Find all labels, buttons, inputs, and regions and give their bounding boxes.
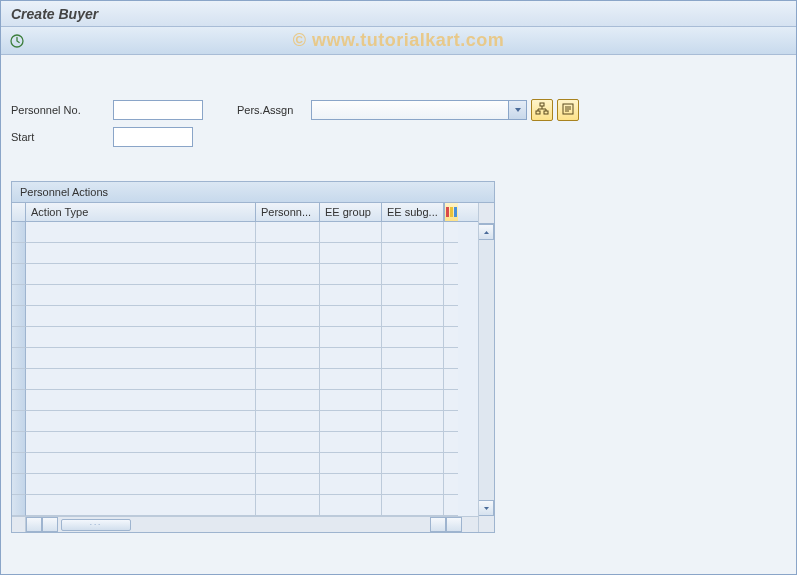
cell[interactable] (256, 474, 320, 495)
table-row[interactable] (12, 306, 478, 327)
cell[interactable] (320, 474, 382, 495)
cell[interactable] (256, 495, 320, 516)
cell[interactable] (256, 222, 320, 243)
cell[interactable] (256, 306, 320, 327)
cell[interactable] (256, 285, 320, 306)
cell[interactable] (320, 495, 382, 516)
row-selector[interactable] (12, 243, 26, 264)
cell[interactable] (320, 432, 382, 453)
col-action-type[interactable]: Action Type (26, 203, 256, 221)
row-selector[interactable] (12, 432, 26, 453)
cell[interactable] (26, 222, 256, 243)
cell[interactable] (26, 306, 256, 327)
row-selector[interactable] (12, 327, 26, 348)
execute-button[interactable] (7, 31, 27, 51)
cell[interactable] (26, 453, 256, 474)
cell[interactable] (320, 243, 382, 264)
cell[interactable] (320, 390, 382, 411)
cell[interactable] (256, 264, 320, 285)
cell[interactable] (320, 285, 382, 306)
cell[interactable] (256, 243, 320, 264)
col-ee-group[interactable]: EE group (320, 203, 382, 221)
cell[interactable] (382, 453, 444, 474)
scroll-up-button[interactable] (479, 224, 494, 240)
cell[interactable] (256, 348, 320, 369)
cell[interactable] (26, 495, 256, 516)
scroll-down-button[interactable] (479, 500, 494, 516)
table-row[interactable] (12, 453, 478, 474)
cell[interactable] (320, 411, 382, 432)
row-selector[interactable] (12, 285, 26, 306)
dropdown-button[interactable] (508, 101, 526, 119)
table-row[interactable] (12, 243, 478, 264)
scroll-right-button-2[interactable] (446, 517, 462, 532)
cell[interactable] (382, 264, 444, 285)
cell[interactable] (382, 390, 444, 411)
cell[interactable] (382, 327, 444, 348)
cell[interactable] (382, 243, 444, 264)
table-config-button[interactable] (444, 203, 458, 221)
org-assignment-button[interactable] (531, 99, 553, 121)
start-input[interactable] (113, 127, 193, 147)
table-row[interactable] (12, 264, 478, 285)
cell[interactable] (256, 411, 320, 432)
row-selector[interactable] (12, 222, 26, 243)
cell[interactable] (320, 327, 382, 348)
cell[interactable] (256, 453, 320, 474)
cell[interactable] (320, 306, 382, 327)
h-scroll-track-left[interactable]: ··· (58, 517, 288, 532)
row-selector[interactable] (12, 474, 26, 495)
scroll-right-button-1[interactable] (42, 517, 58, 532)
table-row[interactable] (12, 474, 478, 495)
scroll-left-button[interactable] (26, 517, 42, 532)
cell[interactable] (382, 432, 444, 453)
cell[interactable] (26, 474, 256, 495)
row-selector[interactable] (12, 495, 26, 516)
cell[interactable] (26, 327, 256, 348)
cell[interactable] (26, 243, 256, 264)
table-row[interactable] (12, 285, 478, 306)
select-all-corner[interactable] (12, 203, 26, 221)
scroll-left-button-2[interactable] (430, 517, 446, 532)
col-ee-subgroup[interactable]: EE subg... (382, 203, 444, 221)
cell[interactable] (382, 348, 444, 369)
v-scroll-track[interactable] (479, 240, 494, 500)
cell[interactable] (256, 369, 320, 390)
cell[interactable] (26, 348, 256, 369)
col-personnel[interactable]: Personn... (256, 203, 320, 221)
cell[interactable] (320, 348, 382, 369)
cell[interactable] (26, 411, 256, 432)
cell[interactable] (26, 369, 256, 390)
row-selector[interactable] (12, 306, 26, 327)
cell[interactable] (320, 453, 382, 474)
table-row[interactable] (12, 411, 478, 432)
row-selector[interactable] (12, 348, 26, 369)
cell[interactable] (382, 285, 444, 306)
table-row[interactable] (12, 369, 478, 390)
cell[interactable] (26, 285, 256, 306)
table-row[interactable] (12, 348, 478, 369)
cell[interactable] (320, 264, 382, 285)
pers-assgn-dropdown[interactable] (311, 100, 527, 120)
cell[interactable] (26, 432, 256, 453)
display-details-button[interactable] (557, 99, 579, 121)
cell[interactable] (26, 264, 256, 285)
row-selector[interactable] (12, 264, 26, 285)
row-selector[interactable] (12, 390, 26, 411)
cell[interactable] (320, 222, 382, 243)
cell[interactable] (256, 390, 320, 411)
table-row[interactable] (12, 327, 478, 348)
row-selector[interactable] (12, 411, 26, 432)
personnel-no-input[interactable] (113, 100, 203, 120)
cell[interactable] (382, 495, 444, 516)
cell[interactable] (256, 432, 320, 453)
table-row[interactable] (12, 495, 478, 516)
row-selector[interactable] (12, 453, 26, 474)
cell[interactable] (382, 306, 444, 327)
cell[interactable] (382, 411, 444, 432)
h-scroll-thumb[interactable]: ··· (61, 519, 131, 531)
table-row[interactable] (12, 390, 478, 411)
table-row[interactable] (12, 432, 478, 453)
cell[interactable] (256, 327, 320, 348)
table-row[interactable] (12, 222, 478, 243)
